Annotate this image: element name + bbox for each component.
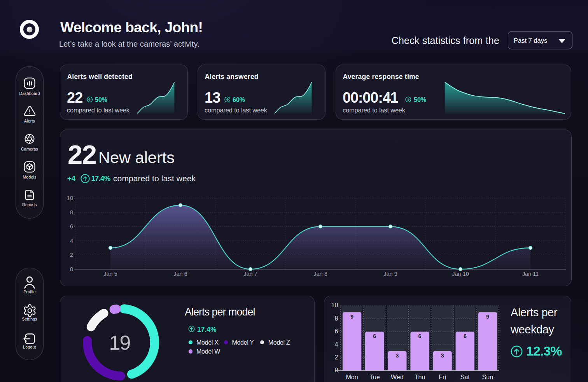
svg-text:Jan 9: Jan 9: [383, 271, 397, 277]
svg-text:Sun: Sun: [482, 374, 493, 380]
svg-text:0: 0: [70, 266, 73, 272]
svg-text:Wed: Wed: [391, 374, 404, 380]
svg-text:3: 3: [396, 352, 399, 359]
svg-text:8: 8: [335, 315, 338, 322]
svg-text:Jan 10: Jan 10: [452, 271, 469, 277]
svg-text:6: 6: [373, 333, 376, 339]
svg-text:6: 6: [464, 333, 467, 339]
svg-text:Fri: Fri: [439, 374, 446, 380]
svg-text:10: 10: [67, 195, 73, 201]
svg-text:2: 2: [70, 252, 73, 258]
svg-text:2: 2: [335, 354, 338, 361]
svg-text:Jan 7: Jan 7: [243, 271, 257, 277]
svg-text:6: 6: [418, 333, 422, 339]
svg-text:10: 10: [331, 302, 338, 308]
svg-text:0: 0: [335, 367, 338, 373]
svg-text:6: 6: [335, 328, 338, 335]
svg-text:9: 9: [486, 314, 489, 320]
svg-text:Jan 11: Jan 11: [522, 271, 539, 277]
svg-text:Jan 6: Jan 6: [173, 271, 187, 277]
svg-text:6: 6: [70, 223, 73, 230]
svg-text:4: 4: [70, 238, 73, 244]
svg-text:Jan 8: Jan 8: [313, 271, 327, 277]
svg-text:Jan 5: Jan 5: [103, 271, 117, 277]
svg-text:9: 9: [350, 314, 354, 320]
svg-text:Sat: Sat: [460, 374, 470, 380]
svg-text:Mon: Mon: [346, 374, 358, 380]
svg-text:8: 8: [70, 209, 73, 216]
svg-text:3: 3: [441, 352, 444, 359]
svg-text:Tue: Tue: [369, 374, 380, 380]
svg-text:Thu: Thu: [415, 374, 425, 380]
svg-text:4: 4: [335, 341, 338, 348]
